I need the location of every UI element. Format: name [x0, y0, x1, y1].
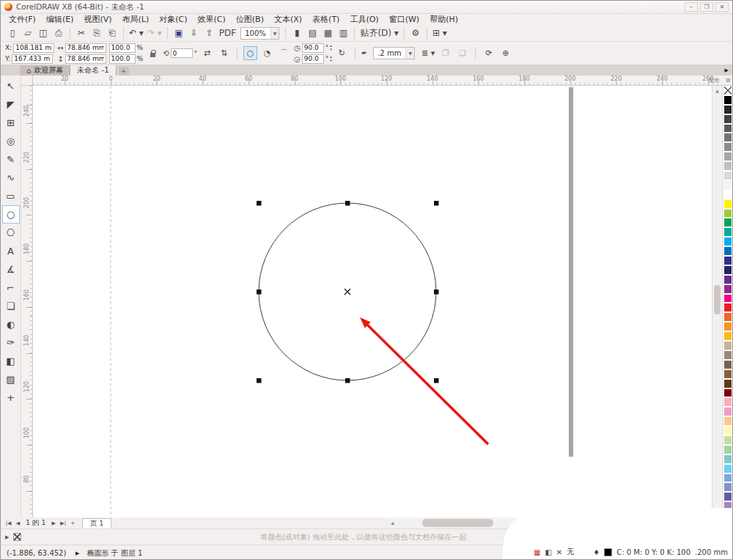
interactive-fill-tool[interactable]: ◧: [2, 352, 20, 370]
rectangle-tool[interactable]: ▭: [2, 187, 20, 205]
freehand-tool[interactable]: ✎: [2, 150, 20, 169]
pie-mode-button[interactable]: ◔: [260, 46, 274, 60]
menu-item[interactable]: 表格(T): [307, 14, 345, 25]
search-content-button[interactable]: ▣: [172, 26, 186, 40]
color-swatch[interactable]: [723, 227, 732, 237]
new-tab-button[interactable]: +: [119, 67, 129, 75]
color-swatch[interactable]: [723, 416, 732, 426]
drawing-canvas[interactable]: [33, 86, 712, 517]
save-button[interactable]: ◫: [36, 26, 51, 40]
shape-tool[interactable]: ◤: [2, 95, 20, 114]
vertical-scrollbar-thumb[interactable]: [714, 285, 721, 314]
color-swatch[interactable]: [723, 152, 732, 161]
paste-button[interactable]: ⎗: [105, 26, 119, 40]
redo-button[interactable]: ↷ ▾: [146, 26, 163, 40]
menu-item[interactable]: 文件(F): [4, 14, 41, 25]
color-swatch[interactable]: [723, 246, 732, 256]
menu-item[interactable]: 对象(C): [154, 14, 192, 25]
connector-tool[interactable]: ⌐: [2, 279, 20, 297]
horizontal-ruler[interactable]: 20020406080100120140160180200220240260 毫…: [33, 75, 722, 86]
maximize-button[interactable]: ❐: [700, 2, 713, 12]
menu-item[interactable]: 文本(X): [269, 14, 307, 25]
color-swatch[interactable]: [723, 454, 732, 464]
minimize-button[interactable]: –: [685, 2, 698, 12]
color-swatch[interactable]: [723, 397, 732, 407]
smart-fill-tool[interactable]: ▨: [2, 370, 20, 388]
color-swatch[interactable]: [723, 209, 732, 218]
color-swatch[interactable]: [723, 369, 732, 379]
menu-item[interactable]: 效果(C): [193, 14, 231, 25]
vertical-ruler[interactable]: 2402202001801601401201008060: [21, 86, 33, 517]
scroll-up-icon[interactable]: ▲: [712, 86, 722, 95]
tab-document[interactable]: 未命名 -1: [70, 65, 116, 75]
start-angle-input[interactable]: [302, 43, 324, 53]
color-swatch[interactable]: [723, 492, 732, 501]
no-color-swatch[interactable]: [13, 533, 21, 541]
fullscreen-preview-button[interactable]: ▮: [290, 26, 304, 40]
open-button[interactable]: ▱: [21, 26, 35, 40]
dimension-tool[interactable]: ∡: [2, 260, 20, 279]
chevron-down-icon[interactable]: ▼: [270, 28, 279, 39]
polygon-tool[interactable]: ⎔: [2, 224, 20, 242]
color-swatch[interactable]: [723, 294, 732, 303]
convert-to-curves-button[interactable]: ⟳: [482, 46, 496, 60]
rotation-angle-input[interactable]: [171, 48, 193, 58]
flip-horizontal-button[interactable]: ⇄: [200, 46, 214, 60]
launcher-button[interactable]: ⊞ ▾: [431, 26, 449, 40]
color-swatch[interactable]: [723, 482, 732, 492]
menu-item[interactable]: 编辑(E): [41, 14, 79, 25]
y-position-input[interactable]: [12, 54, 53, 64]
page-tab[interactable]: 页 1: [82, 518, 112, 528]
color-swatch[interactable]: [723, 95, 732, 105]
color-swatch[interactable]: [723, 265, 732, 275]
options-button[interactable]: ⚙: [408, 26, 423, 40]
cut-button[interactable]: ✂: [74, 26, 89, 40]
object-width-input[interactable]: [65, 43, 106, 53]
object-height-input[interactable]: [65, 54, 106, 64]
color-swatch[interactable]: [723, 199, 732, 209]
crop-tool[interactable]: ⊞: [2, 114, 20, 132]
scale-y-input[interactable]: [109, 54, 136, 64]
first-page-button[interactable]: |◀: [4, 518, 13, 528]
color-swatch[interactable]: [723, 171, 732, 180]
color-swatch[interactable]: [723, 105, 732, 114]
color-swatch[interactable]: [723, 275, 732, 284]
scroll-left-icon[interactable]: ◀: [388, 518, 397, 528]
zoom-tool[interactable]: ◎: [2, 132, 20, 150]
add-page-button[interactable]: +: [68, 518, 78, 528]
color-swatch[interactable]: [723, 464, 732, 474]
add-tools-button[interactable]: +: [2, 388, 20, 407]
show-guidelines-button[interactable]: ▥: [336, 26, 350, 40]
menu-item[interactable]: 工具(O): [345, 14, 383, 25]
to-front-button[interactable]: ❐: [438, 46, 452, 60]
color-swatch[interactable]: [723, 312, 732, 322]
color-swatch[interactable]: [723, 237, 732, 246]
more-options-button[interactable]: ⊕: [498, 46, 512, 60]
color-swatch[interactable]: [723, 142, 732, 152]
color-swatch[interactable]: [723, 114, 732, 124]
scale-x-input[interactable]: [109, 43, 136, 53]
menu-item[interactable]: 窗口(W): [384, 14, 424, 25]
x-position-input[interactable]: [13, 43, 54, 53]
export-button[interactable]: ⇧: [202, 26, 217, 40]
text-tool[interactable]: A: [2, 242, 20, 260]
color-swatch[interactable]: [723, 341, 732, 350]
outline-color-swatch[interactable]: [604, 548, 612, 556]
new-document-button[interactable]: ▯: [5, 26, 20, 40]
color-swatch[interactable]: [723, 474, 732, 483]
transparency-tool[interactable]: ◐: [2, 315, 20, 334]
artistic-media-tool[interactable]: ∿: [2, 169, 20, 187]
chevron-down-icon[interactable]: ▼: [405, 48, 414, 59]
tab-welcome[interactable]: ⌂ 欢迎屏幕: [20, 65, 70, 75]
fill-icon[interactable]: ◧: [545, 548, 551, 556]
end-angle-input[interactable]: [302, 54, 324, 64]
color-swatch[interactable]: [723, 133, 732, 142]
snap-to-button[interactable]: 贴齐(D) ▾: [358, 26, 399, 40]
ellipse-tool[interactable]: ○: [2, 205, 20, 224]
expand-icon[interactable]: ▶: [5, 534, 9, 540]
change-direction-button[interactable]: ↻: [335, 46, 349, 60]
pick-tool[interactable]: ↖: [2, 77, 20, 95]
color-swatch[interactable]: [723, 303, 732, 312]
color-swatch[interactable]: [723, 180, 732, 190]
arc-mode-button[interactable]: ⌒: [277, 46, 291, 60]
